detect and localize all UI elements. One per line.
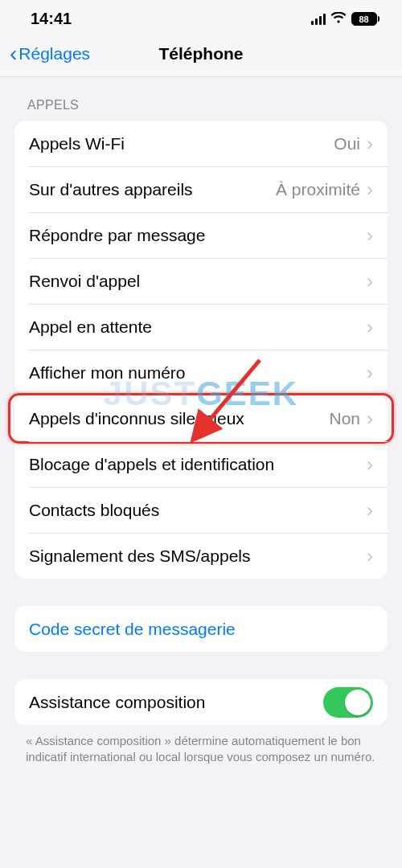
row-show-my-number[interactable]: Afficher mon numéro › [14,350,388,395]
row-call-waiting[interactable]: Appel en attente › [14,304,388,350]
chevron-right-icon: › [367,547,373,566]
chevron-right-icon: › [367,409,373,428]
row-label: Assistance composition [29,693,205,712]
row-silence-unknown-callers[interactable]: Appels d'inconnus silencieux Non › [14,395,388,441]
row-other-devices[interactable]: Sur d'autres appareils À proximité › [14,166,388,212]
chevron-left-icon: ‹ [10,48,17,59]
back-button[interactable]: ‹ Réglages [10,44,90,63]
row-call-forwarding[interactable]: Renvoi d'appel › [14,258,388,304]
wifi-icon [330,12,347,27]
row-label: Sur d'autres appareils [29,180,193,199]
settings-group-blocking: Appels d'inconnus silencieux Non › Bloca… [14,395,388,579]
dial-assist-footer: « Assistance composition » détermine aut… [0,725,402,766]
chevron-right-icon: › [367,272,373,291]
cell-signal-icon [311,14,326,25]
status-bar: 14:41 88 [0,0,402,33]
row-dial-assist[interactable]: Assistance composition [14,679,388,725]
row-wifi-calling[interactable]: Appels Wi-Fi Oui › [14,121,388,166]
chevron-right-icon: › [367,180,373,199]
row-label: Appels Wi-Fi [29,134,125,154]
chevron-right-icon: › [367,363,373,383]
section-header-calls: APPELS [0,77,402,121]
row-value: Oui [334,134,360,154]
settings-group-dial-assist: Assistance composition [14,679,388,725]
row-value: À proximité [276,180,360,199]
row-label: Afficher mon numéro [29,363,186,383]
row-sms-call-reporting[interactable]: Signalement des SMS/appels › [14,533,388,579]
chevron-right-icon: › [367,226,373,245]
row-label: Signalement des SMS/appels [29,547,251,566]
chevron-right-icon: › [367,501,373,520]
nav-bar: ‹ Réglages Téléphone [0,33,402,77]
row-label: Répondre par message [29,226,205,245]
chevron-right-icon: › [367,134,373,154]
row-value: Non [329,409,360,428]
row-blocked-contacts[interactable]: Contacts bloqués › [14,487,388,533]
row-label: Appel en attente [29,317,152,337]
row-label: Blocage d'appels et identification [29,455,274,474]
row-label: Appels d'inconnus silencieux [29,409,244,428]
settings-group-calls: Appels Wi-Fi Oui › Sur d'autres appareil… [14,121,388,395]
row-voicemail-passcode[interactable]: Code secret de messagerie [14,606,388,652]
row-respond-message[interactable]: Répondre par message › [14,212,388,258]
status-time: 14:41 [31,10,72,28]
row-label: Contacts bloqués [29,501,159,520]
row-label: Code secret de messagerie [29,620,236,639]
row-call-blocking-id[interactable]: Blocage d'appels et identification › [14,441,388,487]
back-label: Réglages [18,44,90,63]
status-indicators: 88 [311,12,380,27]
chevron-right-icon: › [367,317,373,337]
settings-group-voicemail: Code secret de messagerie [14,606,388,652]
chevron-right-icon: › [367,455,373,474]
row-label: Renvoi d'appel [29,272,140,291]
dial-assist-toggle[interactable] [323,687,373,718]
battery-icon: 88 [351,12,380,26]
